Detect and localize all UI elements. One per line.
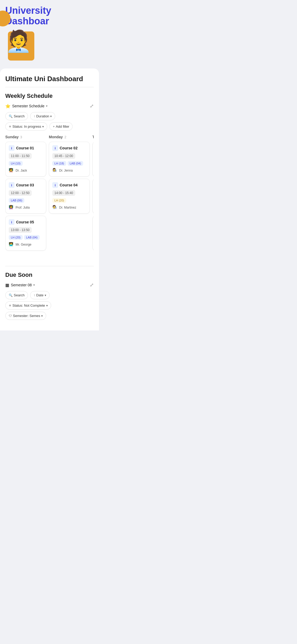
instructor-row: 🧑‍🏫 Dr. Jack xyxy=(9,168,43,173)
instructor-avatar: 👩‍🔬 xyxy=(52,168,58,173)
status-spin-icon: ✳ xyxy=(9,125,11,128)
info-icon: i xyxy=(9,145,15,151)
schedule-expand-icon[interactable]: ⤢ xyxy=(90,103,94,109)
due-soon-section: Due Soon ▦ Semester 08 ▾ ⤢ 🔍 Search ↑ Da… xyxy=(5,263,94,320)
status-label: Status: In progress xyxy=(12,125,41,128)
day-column-sunday: Sunday 3 i Course 01 11:00 - 11:50 LH (1… xyxy=(5,135,46,253)
sunday-course-03[interactable]: i Course 03 12:00 - 12:50 LAB (06) 👩‍🏫 P… xyxy=(5,179,46,214)
due-semester-filter-btn[interactable]: 🛡 Semester: Semes ▾ xyxy=(5,312,46,320)
schedule-view-label[interactable]: Semester Schedule xyxy=(12,104,44,108)
sunday-count: 3 xyxy=(20,135,22,139)
info-icon: i xyxy=(52,145,58,151)
instructor-row: 🧑‍💻 Mr. George xyxy=(9,242,43,247)
add-filter-btn[interactable]: + Add filter xyxy=(49,122,73,131)
instructor-name: Mr. George xyxy=(16,243,31,246)
instructor-avatar: 🧑‍🏫 xyxy=(9,168,14,173)
tag-lh20: LH (20) xyxy=(9,235,23,240)
schedule-header-left: ⭐ Semester Schedule ▾ xyxy=(5,104,48,109)
due-soon-view-label[interactable]: Semester 08 xyxy=(11,283,32,287)
course-name: Course 04 xyxy=(60,183,78,187)
course-name-row: i Course 04 xyxy=(52,182,86,188)
due-soon-chevron-icon: ▾ xyxy=(33,283,35,287)
instructor-row: 🧑‍🔬 Dr. Martinez xyxy=(52,205,86,210)
tuesday-header: Tuesday 3 xyxy=(92,135,94,139)
main-content: Ultimate Uni Dashboard Weekly Schedule ⭐… xyxy=(0,68,99,330)
time-badge: 14:00 - 15:40 xyxy=(52,190,75,196)
due-search-filter-btn[interactable]: 🔍 Search xyxy=(5,291,28,299)
schedule-grid: Sunday 3 i Course 01 11:00 - 11:50 LH (1… xyxy=(5,135,94,255)
sunday-course-01[interactable]: i Course 01 11:00 - 11:50 LH (10) 🧑‍🏫 Dr… xyxy=(5,142,46,177)
sunday-header: Sunday 3 xyxy=(5,135,46,139)
instructor-name: Dr. Jack xyxy=(16,169,27,172)
monday-course-02[interactable]: i Course 02 10:45 - 12:00 LH (18) LAB (0… xyxy=(49,142,90,177)
due-soon-expand-icon[interactable]: ⤢ xyxy=(90,282,94,288)
header-title: University Dashboar xyxy=(5,5,94,26)
due-soon-header: ▦ Semester 08 ▾ ⤢ xyxy=(5,282,94,288)
due-date-up-icon: ↑ xyxy=(34,293,35,297)
course-name-row: i Course 01 xyxy=(9,145,43,151)
time-badge: 13:00 - 13:50 xyxy=(9,227,32,233)
tags-row: LH (10) xyxy=(9,161,43,166)
instructor-name: Prof. Julia xyxy=(16,206,30,209)
section-divider xyxy=(5,266,94,266)
page-title: Ultimate Uni Dashboard xyxy=(5,75,94,87)
course-name-row: i Course 05 xyxy=(9,219,43,225)
tag-lab06: LAB (06) xyxy=(9,198,24,203)
tag-lh10: LH (10) xyxy=(9,161,23,166)
status-filter-btn[interactable]: ✳ Status: In progress ▾ xyxy=(5,122,47,131)
sunday-name: Sunday xyxy=(5,135,19,139)
due-soon-header-left: ▦ Semester 08 ▾ xyxy=(5,283,35,288)
due-search-label: Search xyxy=(14,293,25,297)
instructor-row: 👩‍🔬 Dr. Jenna xyxy=(52,168,86,173)
info-icon: i xyxy=(9,182,15,188)
due-date-filter-btn[interactable]: ↑ Date ▾ xyxy=(30,291,49,299)
info-icon: i xyxy=(52,182,58,188)
due-semester-shield-icon: 🛡 xyxy=(9,314,12,318)
course-name: Course 05 xyxy=(16,220,34,224)
due-status-filter-btn[interactable]: ✳ Status: Not Complete ▾ xyxy=(5,301,51,310)
instructor-avatar: 🧑‍💻 xyxy=(9,242,14,247)
weekly-schedule-header: ⭐ Semester Schedule ▾ ⤢ xyxy=(5,103,94,109)
sunday-course-05[interactable]: i Course 05 13:00 - 13:50 LH (20) LAB (0… xyxy=(5,216,46,251)
duration-filter-btn[interactable]: ↑ Duration ▾ xyxy=(30,112,55,120)
duration-chevron-icon: ▾ xyxy=(50,114,52,118)
tags-row: LH (20) LAB (04) xyxy=(9,235,43,240)
search-filter-btn[interactable]: 🔍 Search xyxy=(5,112,28,120)
tuesday-name: Tuesday xyxy=(92,135,94,139)
weekly-schedule-title: Weekly Schedule xyxy=(5,93,94,99)
due-soon-filter-bar: 🔍 Search ↑ Date ▾ ✳ Status: Not Complete… xyxy=(5,291,94,320)
course-name: Course 01 xyxy=(16,146,34,150)
tuesday-course-05[interactable]: i Course 05 13:00 - 13:50 LH (20) LAB (0… xyxy=(92,216,94,251)
instructor-avatar: 👩‍🏫 xyxy=(9,205,14,210)
monday-course-04[interactable]: i Course 04 14:00 - 15:40 LH (20) 🧑‍🔬 Dr… xyxy=(49,179,90,214)
day-column-tuesday: Tuesday 3 i Course 01 11:00 - 11:50 LH (… xyxy=(92,135,94,253)
tuesday-course-01[interactable]: i Course 01 11:00 - 11:50 LH (10) 🧑‍🏫 Dr… xyxy=(92,142,94,177)
due-status-chevron-icon: ▾ xyxy=(46,304,48,307)
monday-count: 2 xyxy=(64,135,66,139)
instructor-avatar: 🧑‍🔬 xyxy=(52,205,58,210)
schedule-filter-bar: 🔍 Search ↑ Duration ▾ ✳ Status: In progr… xyxy=(5,112,94,131)
course-name-row: i Course 03 xyxy=(9,182,43,188)
day-column-monday: Monday 2 i Course 02 10:45 - 12:00 LH (1… xyxy=(49,135,90,253)
monday-header: Monday 2 xyxy=(49,135,90,139)
tuesday-course-03[interactable]: i Course 03 12:00 - 12:50 LAB (06) 👩‍🏫 P… xyxy=(92,179,94,214)
add-filter-label: Add filter xyxy=(56,125,69,128)
search-label: Search xyxy=(14,114,25,118)
duration-up-icon: ↑ xyxy=(34,114,35,118)
tag-lh20-yellow: LH (20) xyxy=(52,198,66,203)
course-name: Course 03 xyxy=(16,183,34,187)
search-icon: 🔍 xyxy=(9,114,13,118)
instructor-name: Dr. Jenna xyxy=(59,169,73,172)
schedule-chevron-icon: ▾ xyxy=(46,104,48,108)
due-search-icon: 🔍 xyxy=(9,293,13,297)
info-icon: i xyxy=(9,219,15,225)
due-soon-title: Due Soon xyxy=(5,272,94,278)
tags-row: LH (20) xyxy=(52,198,86,203)
tag-lh18: LH (18) xyxy=(52,161,66,166)
monday-name: Monday xyxy=(49,135,63,139)
time-badge: 10:45 - 12:00 xyxy=(52,153,75,159)
time-badge: 11:00 - 11:50 xyxy=(9,153,32,159)
instructor-row: 👩‍🏫 Prof. Julia xyxy=(9,205,43,210)
avatar-container: 🧑‍💼 xyxy=(5,29,37,63)
time-badge: 12:00 - 12:50 xyxy=(9,190,32,196)
